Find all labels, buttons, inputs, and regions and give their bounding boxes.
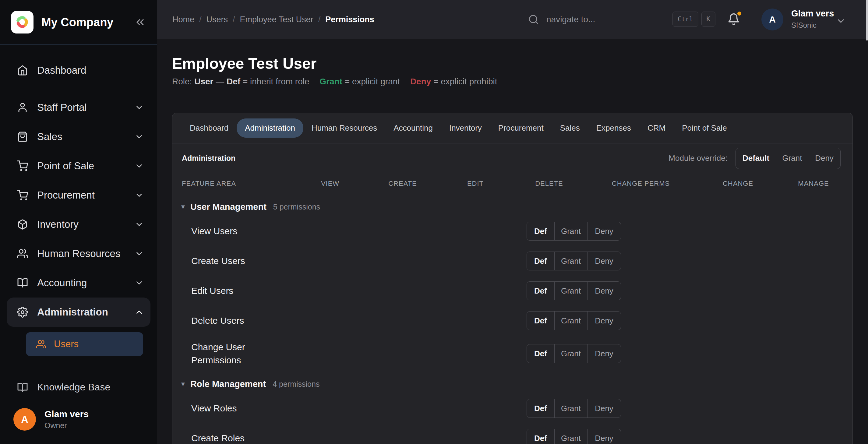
caret-down-icon: ▼ bbox=[180, 203, 188, 211]
sidebar-collapse-button[interactable] bbox=[134, 16, 146, 28]
main-content: Employee Test User Role: User — Def = in… bbox=[157, 39, 868, 444]
module-tabs: Dashboard Administration Human Resources… bbox=[173, 113, 852, 144]
package-icon bbox=[17, 219, 28, 230]
section-role-management[interactable]: ▼ Role Management 4 permissions bbox=[173, 372, 852, 393]
permission-grant-button[interactable]: Grant bbox=[554, 252, 587, 270]
topbar-user-menu[interactable]: Glam vers SfSonic bbox=[791, 8, 834, 30]
table-row: Create Roles Def Grant Deny bbox=[173, 423, 852, 444]
notification-dot bbox=[737, 11, 741, 15]
company-name: My Company bbox=[41, 16, 113, 29]
chevron-down-icon bbox=[135, 191, 144, 200]
permission-def-button[interactable]: Def bbox=[527, 252, 554, 270]
permission-label: Change User Permissions bbox=[191, 341, 289, 367]
breadcrumb: Home / Users / Employee Test User / Perm… bbox=[173, 0, 374, 39]
sidebar-item-staff-portal[interactable]: Staff Portal bbox=[0, 93, 157, 122]
table-row: Create Users Def Grant Deny bbox=[173, 246, 852, 276]
avatar[interactable]: A bbox=[762, 8, 783, 30]
shopping-cart-icon bbox=[17, 160, 28, 171]
global-search-input[interactable] bbox=[547, 10, 662, 29]
sidebar-item-label: Dashboard bbox=[37, 65, 86, 76]
profile-name: Glam vers bbox=[44, 409, 89, 419]
tab-administration[interactable]: Administration bbox=[237, 119, 303, 138]
user-icon bbox=[17, 102, 28, 113]
chevron-down-icon[interactable] bbox=[836, 16, 846, 26]
sidebar-item-label: Procurement bbox=[37, 189, 95, 201]
sidebar-item-procurement[interactable]: Procurement bbox=[0, 181, 157, 210]
deny-term: Deny bbox=[410, 77, 431, 86]
sidebar-item-sales[interactable]: Sales bbox=[0, 122, 157, 151]
breadcrumb-home[interactable]: Home bbox=[173, 15, 194, 24]
sidebar-item-inventory[interactable]: Inventory bbox=[0, 210, 157, 239]
col-change-perms: CHANGE PERMS bbox=[612, 180, 670, 188]
chevron-down-icon bbox=[135, 249, 144, 258]
tab-point-of-sale[interactable]: Point of Sale bbox=[674, 119, 735, 138]
col-view: VIEW bbox=[321, 180, 339, 188]
tab-procurement[interactable]: Procurement bbox=[490, 119, 552, 138]
sidebar-item-point-of-sale[interactable]: Point of Sale bbox=[0, 151, 157, 181]
breadcrumb-separator: / bbox=[199, 15, 202, 24]
ctrl-key: Ctrl bbox=[673, 11, 699, 27]
permission-grant-button[interactable]: Grant bbox=[554, 399, 587, 417]
tab-expenses[interactable]: Expenses bbox=[588, 119, 639, 138]
tab-sales[interactable]: Sales bbox=[552, 119, 588, 138]
sidebar-item-administration[interactable]: Administration bbox=[7, 297, 151, 327]
tab-accounting[interactable]: Accounting bbox=[385, 119, 441, 138]
topbar-user-org: SfSonic bbox=[791, 21, 834, 30]
permission-deny-button[interactable]: Deny bbox=[587, 344, 621, 363]
permission-def-button[interactable]: Def bbox=[527, 399, 554, 417]
grant-term: Grant bbox=[319, 77, 342, 86]
sidebar-item-human-resources[interactable]: Human Resources bbox=[0, 239, 157, 268]
chevron-down-icon bbox=[135, 103, 144, 112]
sidebar-item-accounting[interactable]: Accounting bbox=[0, 268, 157, 297]
sidebar-item-knowledge-base[interactable]: Knowledge Base bbox=[0, 377, 157, 397]
breadcrumb-current-permissions: Permissions bbox=[325, 15, 374, 24]
knowledge-base-label: Knowledge Base bbox=[37, 382, 110, 393]
permission-label: View Users bbox=[191, 224, 237, 238]
breadcrumb-separator: / bbox=[318, 15, 321, 24]
module-override-grant-button[interactable]: Grant bbox=[776, 148, 808, 169]
permission-deny-button[interactable]: Deny bbox=[587, 252, 621, 270]
module-override-deny-button[interactable]: Deny bbox=[808, 148, 840, 169]
tab-crm[interactable]: CRM bbox=[639, 119, 674, 138]
permission-grant-button[interactable]: Grant bbox=[554, 312, 587, 330]
breadcrumb-separator: / bbox=[233, 15, 235, 24]
tab-dashboard[interactable]: Dashboard bbox=[182, 119, 237, 138]
permission-deny-button[interactable]: Deny bbox=[587, 399, 621, 417]
tab-inventory[interactable]: Inventory bbox=[441, 119, 490, 138]
permissions-card: Dashboard Administration Human Resources… bbox=[172, 113, 853, 444]
permission-grant-button[interactable]: Grant bbox=[554, 429, 587, 444]
sidebar-footer: Knowledge Base A Glam vers Owner bbox=[0, 365, 157, 444]
sidebar-nav: Dashboard Staff Portal Sales Point of Sa… bbox=[0, 45, 157, 356]
notifications-button[interactable] bbox=[727, 13, 741, 26]
breadcrumb-users[interactable]: Users bbox=[207, 15, 228, 24]
sidebar-item-label: Inventory bbox=[37, 219, 79, 230]
permission-label: Create Roles bbox=[191, 432, 245, 444]
permission-grant-button[interactable]: Grant bbox=[554, 222, 587, 240]
permission-deny-button[interactable]: Deny bbox=[587, 312, 621, 330]
permission-deny-button[interactable]: Deny bbox=[587, 429, 621, 444]
permission-def-button[interactable]: Def bbox=[527, 222, 554, 240]
permission-def-button[interactable]: Def bbox=[527, 429, 554, 444]
role-value: User bbox=[194, 77, 213, 86]
sidebar-profile[interactable]: A Glam vers Owner bbox=[0, 397, 157, 431]
sidebar-subitem-users[interactable]: Users bbox=[26, 332, 143, 356]
module-override-default-button[interactable]: Default bbox=[736, 148, 776, 169]
tab-human-resources[interactable]: Human Resources bbox=[303, 119, 385, 138]
permission-def-button[interactable]: Def bbox=[527, 312, 554, 330]
permission-toggle-group: Def Grant Deny bbox=[527, 429, 621, 444]
permission-grant-button[interactable]: Grant bbox=[554, 282, 587, 300]
permission-deny-button[interactable]: Deny bbox=[587, 222, 621, 240]
permission-toggle-group: Def Grant Deny bbox=[527, 281, 621, 300]
chevron-up-icon bbox=[135, 308, 144, 317]
def-term: Def bbox=[226, 77, 240, 86]
permission-def-button[interactable]: Def bbox=[527, 344, 554, 363]
section-user-management[interactable]: ▼ User Management 5 permissions bbox=[173, 194, 852, 216]
sidebar-item-dashboard[interactable]: Dashboard bbox=[0, 56, 157, 85]
breadcrumb-employee-test-user[interactable]: Employee Test User bbox=[240, 15, 313, 24]
permission-toggle-group: Def Grant Deny bbox=[527, 344, 621, 363]
permission-deny-button[interactable]: Deny bbox=[587, 282, 621, 300]
scrollbar-thumb[interactable] bbox=[866, 0, 868, 40]
permission-def-button[interactable]: Def bbox=[527, 282, 554, 300]
permission-grant-button[interactable]: Grant bbox=[554, 344, 587, 363]
sidebar-logo-row: My Company bbox=[0, 0, 157, 45]
